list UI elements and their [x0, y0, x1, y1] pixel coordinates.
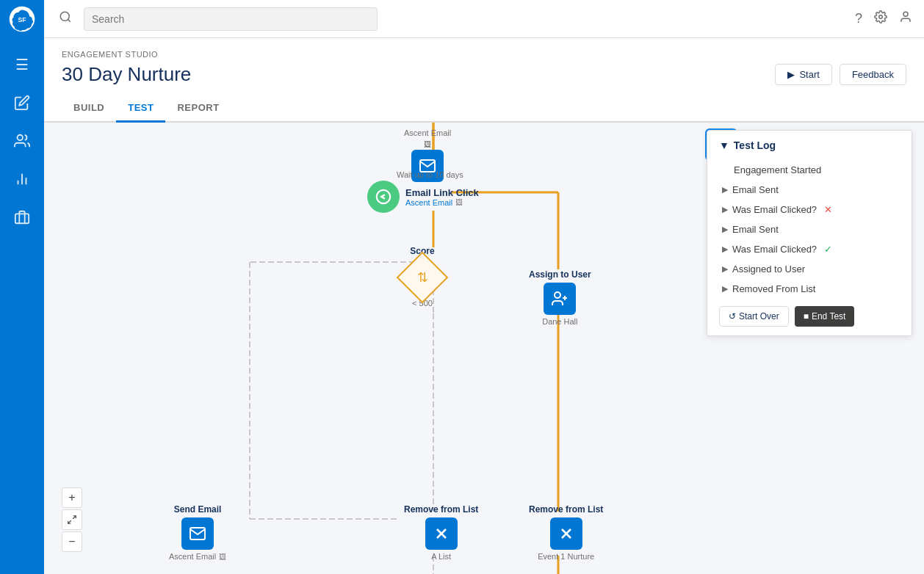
topbar: ?	[44, 0, 924, 38]
flow-canvas: Ascent Email 🖼 Wait up to 10 days	[44, 123, 924, 574]
start-over-button[interactable]: ↺ Start Over	[719, 306, 789, 327]
sidebar: SF ☰	[0, 0, 44, 574]
test-log-was-email-clicked-2[interactable]: ▶ Was Email Clicked? ✓	[707, 239, 912, 259]
remove-list-left-icon[interactable]	[425, 517, 458, 550]
error-icon: ✕	[824, 204, 832, 215]
start-button[interactable]: ▶ Start	[775, 64, 831, 85]
svg-point-10	[903, 12, 908, 16]
test-log-removed-from-list[interactable]: ▶ Removed From List	[707, 279, 912, 299]
svg-line-35	[73, 516, 76, 519]
remove-list-right-icon[interactable]	[550, 517, 582, 550]
breadcrumb: ENGAGEMENT STUDIO	[62, 50, 906, 59]
node-assign-user: Assign to User Dane Hall	[529, 269, 591, 326]
test-log-panel: ▼ Test Log Engagement Started ▶ Email Se…	[707, 130, 912, 336]
help-icon[interactable]: ?	[855, 11, 862, 26]
header-actions: ▶ Start Feedback	[775, 64, 906, 85]
topbar-icons: ?	[855, 10, 912, 27]
svg-point-9	[879, 15, 883, 19]
chevron-icon: ▶	[722, 185, 728, 195]
test-log-header: ▼ Test Log	[707, 131, 912, 160]
wait-image-icon: 🖼	[455, 198, 463, 206]
zoom-in-button[interactable]: +	[62, 487, 82, 508]
search-input[interactable]	[84, 7, 378, 31]
refresh-icon: ↺	[729, 311, 736, 321]
node-send-email: Send Email Ascent Email 🖼	[169, 504, 226, 561]
node-score: Score ⇅ < 500	[404, 246, 441, 308]
test-log-email-sent-2[interactable]: ▶ Email Sent	[707, 219, 912, 239]
tab-build[interactable]: BUILD	[62, 95, 116, 123]
send-email-img-icon: 🖼	[219, 553, 226, 561]
svg-point-2	[18, 135, 23, 140]
success-icon: ✓	[824, 244, 832, 255]
sidebar-item-users[interactable]	[0, 122, 44, 160]
stop-icon: ■	[804, 311, 809, 321]
wait-days-label: Wait up to 10 days	[397, 170, 463, 179]
settings-icon[interactable]	[874, 10, 887, 27]
assign-user-label: Assign to User	[529, 269, 591, 280]
send-email-sub: Ascent Email	[169, 552, 216, 561]
play-icon: ▶	[787, 69, 795, 80]
zoom-fit-button[interactable]	[62, 509, 82, 530]
image-icon: 🖼	[424, 140, 431, 148]
chevron-icon: ▶	[722, 284, 728, 294]
node-remove-list-left: Remove from List A List	[404, 504, 478, 561]
collapse-icon[interactable]: ▼	[719, 139, 729, 151]
svg-text:SF: SF	[18, 16, 26, 23]
sidebar-item-briefcase[interactable]	[0, 198, 44, 236]
svg-line-36	[68, 520, 71, 523]
test-log-assigned-to-user[interactable]: ▶ Assigned to User	[707, 259, 912, 279]
search-icon-button[interactable]	[56, 7, 75, 30]
node-wait: Wait up to 10 days Email Link Click Asce…	[367, 170, 499, 213]
main-area: ? ENGAGEMENT STUDIO 30 Day Nurture	[44, 0, 924, 574]
tab-test[interactable]: TEST	[116, 95, 165, 123]
sidebar-nav: ☰	[0, 46, 44, 236]
remove-list-left-sub: A List	[431, 552, 451, 561]
ascent-email-label: Ascent Email	[404, 128, 451, 137]
test-log-was-email-clicked-1[interactable]: ▶ Was Email Clicked? ✕	[707, 200, 912, 219]
page-title: 30 Day Nurture	[62, 63, 191, 86]
decision-icon-box[interactable]	[367, 181, 400, 213]
remove-list-left-label: Remove from List	[404, 504, 478, 515]
chevron-icon: ▶	[722, 205, 728, 214]
content: ENGAGEMENT STUDIO 30 Day Nurture ▶ Start…	[44, 38, 924, 574]
score-diamond[interactable]: ⇅	[404, 259, 441, 296]
remove-list-right-sub: Event 1 Nurture	[538, 552, 594, 561]
test-log-actions: ↺ Start Over ■ End Test	[707, 299, 912, 327]
chevron-icon: ▶	[722, 264, 728, 274]
tabs: BUILD TEST REPORT	[44, 95, 924, 123]
ascent-email-sub: Ascent Email	[405, 198, 452, 207]
zoom-out-button[interactable]: −	[62, 531, 82, 552]
sidebar-item-chart[interactable]	[0, 160, 44, 198]
sidebar-hamburger[interactable]: ☰	[0, 46, 44, 84]
svg-point-27	[377, 190, 390, 203]
assign-user-icon[interactable]	[544, 283, 576, 315]
feedback-button[interactable]: Feedback	[840, 64, 906, 85]
send-email-label: Send Email	[174, 504, 222, 515]
score-icon: ⇅	[417, 269, 428, 286]
sidebar-item-edit[interactable]	[0, 84, 44, 122]
app-logo[interactable]: SF	[0, 0, 44, 38]
test-log-engagement-started: Engagement Started	[707, 160, 912, 180]
chevron-icon: ▶	[722, 225, 728, 234]
user-icon[interactable]	[899, 10, 912, 27]
zoom-controls: + −	[62, 487, 82, 552]
assign-user-sub: Dane Hall	[542, 317, 577, 326]
svg-point-30	[555, 292, 560, 298]
send-email-icon[interactable]	[181, 517, 214, 550]
tab-report[interactable]: REPORT	[165, 95, 231, 123]
email-link-click-label: Email Link Click	[405, 187, 479, 198]
svg-rect-6	[15, 214, 29, 223]
svg-point-7	[60, 12, 69, 21]
test-log-email-sent-1[interactable]: ▶ Email Sent	[707, 180, 912, 200]
svg-line-8	[68, 19, 70, 21]
chevron-icon: ▶	[722, 244, 728, 254]
end-test-button[interactable]: ■ End Test	[795, 306, 855, 327]
remove-list-right-label: Remove from List	[529, 504, 603, 515]
node-remove-list-right: Remove from List Event 1 Nurture	[529, 504, 603, 561]
page-header: ENGAGEMENT STUDIO 30 Day Nurture ▶ Start…	[44, 38, 924, 95]
